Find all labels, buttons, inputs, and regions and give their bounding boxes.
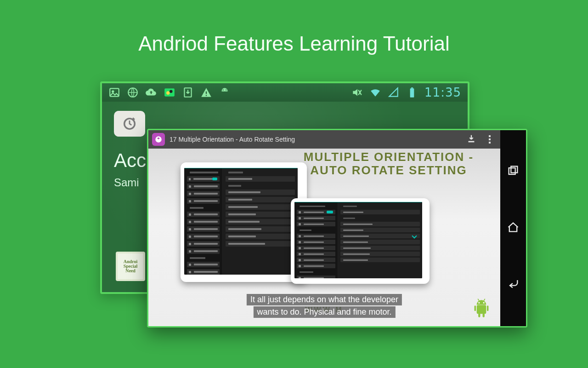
wifi-icon <box>369 86 381 98</box>
svg-rect-25 <box>483 313 485 317</box>
page-title: Andriod Features Learning Tutorial <box>0 32 588 55</box>
svg-rect-26 <box>509 168 515 174</box>
video-content[interactable]: MULTIPLE ORIENTATION - AUTO ROTATE SETTI… <box>148 149 500 326</box>
home-button[interactable] <box>507 221 520 236</box>
video-player-screenshot: 17 Multiple Orientation - Auto Rotate Se… <box>147 129 527 328</box>
cloud-upload-icon <box>145 86 157 98</box>
svg-rect-21 <box>477 305 486 314</box>
svg-rect-14 <box>469 141 475 142</box>
status-bar: 11:35 <box>102 83 468 102</box>
svg-point-9 <box>223 90 224 91</box>
globe-icon <box>127 86 139 98</box>
app-tile-icon <box>114 111 145 137</box>
video-overlay-title: MULTIPLE ORIENTATION - AUTO ROTATE SETTI… <box>286 150 491 177</box>
android-robot-icon <box>472 298 491 320</box>
app-logo-icon <box>152 133 165 146</box>
video-header: 17 Multiple Orientation - Auto Rotate Se… <box>148 130 500 149</box>
svg-rect-27 <box>511 167 517 173</box>
download-box-icon <box>182 86 194 98</box>
back-thumbnail: Androi Special Need <box>116 252 145 281</box>
svg-point-19 <box>478 302 480 304</box>
video-title: 17 Multiple Orientation - Auto Rotate Se… <box>170 136 462 143</box>
mute-icon <box>351 86 363 98</box>
svg-point-10 <box>226 90 226 91</box>
mock-tablet-portrait <box>181 162 307 282</box>
billiards-icon <box>164 86 175 98</box>
svg-rect-11 <box>410 88 414 98</box>
svg-point-20 <box>483 302 485 304</box>
svg-rect-12 <box>411 87 413 88</box>
download-icon[interactable] <box>466 134 476 145</box>
overflow-menu-icon[interactable] <box>486 135 494 144</box>
android-icon <box>219 86 231 98</box>
svg-rect-7 <box>206 92 207 94</box>
warning-icon <box>200 86 212 98</box>
svg-rect-8 <box>206 95 207 96</box>
battery-icon <box>406 86 418 98</box>
image-icon <box>108 86 120 98</box>
status-clock: 11:35 <box>424 86 461 99</box>
caption-line-2: wants to do. Physical and fine motor. <box>253 306 395 318</box>
recent-apps-button[interactable] <box>507 165 520 179</box>
svg-rect-22 <box>475 305 476 311</box>
cell-signal-icon <box>388 86 400 98</box>
svg-rect-24 <box>478 313 480 317</box>
svg-point-5 <box>170 90 173 93</box>
android-nav-bar <box>500 130 526 326</box>
video-caption: It all just depends on what the develope… <box>247 294 402 318</box>
svg-point-4 <box>166 91 170 95</box>
mock-tablet-landscape <box>291 198 430 284</box>
svg-point-1 <box>112 91 113 92</box>
back-button[interactable] <box>507 277 520 292</box>
caption-line-1: It all just depends on what the develope… <box>247 294 402 305</box>
svg-rect-23 <box>487 305 488 311</box>
